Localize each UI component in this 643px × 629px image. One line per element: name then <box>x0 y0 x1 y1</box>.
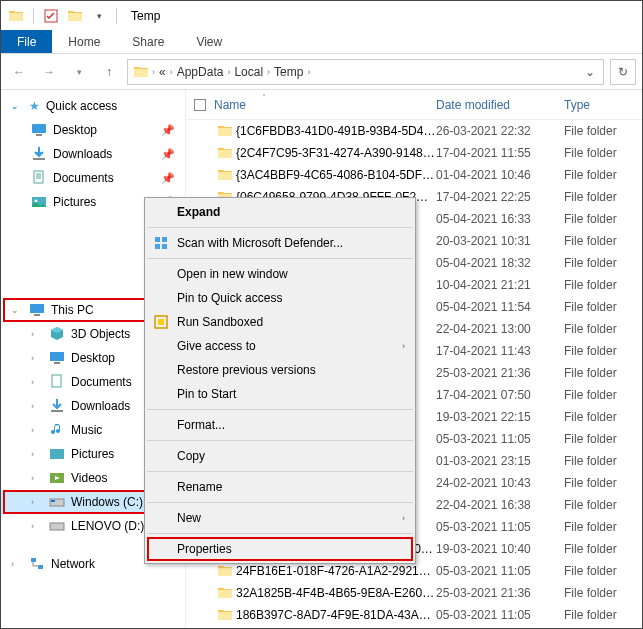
menu-new[interactable]: New› <box>145 506 415 530</box>
nav-row: ← → ▾ ↑ › « › AppData › Local › Temp › ⌄… <box>1 54 642 90</box>
star-icon: ★ <box>29 99 40 113</box>
chevron-right-icon[interactable]: › <box>31 353 43 363</box>
chevron-down-icon[interactable]: ⌄ <box>11 101 23 111</box>
menu-copy[interactable]: Copy <box>145 444 415 468</box>
divider <box>116 8 117 24</box>
chevron-right-icon[interactable]: › <box>307 67 310 77</box>
menu-scan-defender[interactable]: Scan with Microsoft Defender... <box>145 231 415 255</box>
table-row[interactable]: {2C4F7C95-3F31-4274-A390-9148448A...17-0… <box>186 142 642 164</box>
chevron-down-icon[interactable]: ⌄ <box>581 65 599 79</box>
row-date: 05-03-2021 11:05 <box>436 432 564 446</box>
menu-open-new-window[interactable]: Open in new window <box>145 262 415 286</box>
chevron-right-icon[interactable]: › <box>31 497 43 507</box>
divider <box>33 8 34 24</box>
svg-rect-8 <box>34 314 40 316</box>
table-row[interactable]: 32A1825B-4F4B-4B65-9E8A-E2602FCD...25-03… <box>186 582 642 604</box>
nav-downloads[interactable]: Downloads 📌 <box>1 142 185 166</box>
menu-pin-start[interactable]: Pin to Start <box>145 382 415 406</box>
menu-expand[interactable]: Expand <box>145 200 415 224</box>
menu-separator <box>147 533 413 534</box>
table-row[interactable]: {3AC4BBF9-4C65-4086-B104-5DF3482...01-04… <box>186 164 642 186</box>
row-date: 01-04-2021 10:46 <box>436 168 564 182</box>
tab-file[interactable]: File <box>1 30 52 53</box>
up-button[interactable]: ↑ <box>97 60 121 84</box>
chevron-right-icon[interactable]: › <box>267 67 270 77</box>
menu-separator <box>147 258 413 259</box>
chevron-right-icon[interactable]: › <box>152 67 155 77</box>
refresh-button[interactable]: ↻ <box>610 59 636 85</box>
chevron-right-icon[interactable]: › <box>31 377 43 387</box>
row-date: 05-04-2021 18:32 <box>436 256 564 270</box>
row-type: File folder <box>564 498 642 512</box>
svg-rect-18 <box>31 558 36 562</box>
folder-icon <box>214 563 236 579</box>
properties-qat-icon[interactable] <box>40 5 62 27</box>
3d-objects-icon <box>49 326 65 342</box>
menu-give-access-to[interactable]: Give access to› <box>145 334 415 358</box>
column-header-date[interactable]: Date modified <box>436 98 564 112</box>
row-type: File folder <box>564 454 642 468</box>
titlebar: ▾ Temp <box>1 1 642 30</box>
svg-rect-4 <box>34 171 43 183</box>
row-type: File folder <box>564 300 642 314</box>
menu-properties[interactable]: Properties <box>145 537 415 561</box>
forward-button[interactable]: → <box>37 60 61 84</box>
pictures-icon <box>49 446 65 462</box>
chevron-down-icon[interactable]: ▾ <box>88 5 110 27</box>
menu-run-sandboxed[interactable]: Run Sandboxed <box>145 310 415 334</box>
chevron-right-icon[interactable]: › <box>11 559 23 569</box>
recent-button[interactable]: ▾ <box>67 60 91 84</box>
folder-qat-icon[interactable] <box>64 5 86 27</box>
column-header-type[interactable]: Type <box>564 98 642 112</box>
row-date: 22-04-2021 16:38 <box>436 498 564 512</box>
menu-separator <box>147 502 413 503</box>
address-bar[interactable]: › « › AppData › Local › Temp › ⌄ <box>127 59 604 85</box>
folder-icon <box>214 607 236 623</box>
tab-home[interactable]: Home <box>52 30 116 53</box>
chevron-right-icon[interactable]: › <box>31 521 43 531</box>
back-button[interactable]: ← <box>7 60 31 84</box>
menu-rename[interactable]: Rename <box>145 475 415 499</box>
chevron-right-icon[interactable]: › <box>31 329 43 339</box>
chevron-right-icon[interactable]: › <box>31 473 43 483</box>
menu-format[interactable]: Format... <box>145 413 415 437</box>
chevron-right-icon[interactable]: › <box>31 425 43 435</box>
chevron-right-icon[interactable]: › <box>170 67 173 77</box>
column-header-checkbox[interactable] <box>186 99 214 111</box>
breadcrumb-item[interactable]: Temp <box>272 65 305 79</box>
nav-quick-access[interactable]: ⌄ ★ Quick access <box>1 94 185 118</box>
menu-restore-previous[interactable]: Restore previous versions <box>145 358 415 382</box>
row-type: File folder <box>564 234 642 248</box>
drive-icon <box>49 494 65 510</box>
chevron-right-icon[interactable]: › <box>31 401 43 411</box>
context-menu: Expand Scan with Microsoft Defender... O… <box>144 197 416 564</box>
row-name: 186B397C-8AD7-4F9E-81DA-43ADF4F0... <box>236 608 436 622</box>
nav-desktop[interactable]: Desktop 📌 <box>1 118 185 142</box>
row-date: 24-02-2021 10:43 <box>436 476 564 490</box>
chevron-right-icon: › <box>402 341 405 351</box>
nav-documents[interactable]: Documents 📌 <box>1 166 185 190</box>
menu-pin-quick-access[interactable]: Pin to Quick access <box>145 286 415 310</box>
tab-view[interactable]: View <box>180 30 238 53</box>
breadcrumb-item[interactable]: Local <box>232 65 265 79</box>
chevron-down-icon[interactable]: ⌄ <box>11 305 23 315</box>
table-row[interactable]: 186B397C-8AD7-4F9E-81DA-43ADF4F0...05-03… <box>186 604 642 626</box>
row-name: {1C6FBDB3-41D0-491B-93B4-5D40D15... <box>236 124 436 138</box>
svg-rect-1 <box>32 124 46 133</box>
breadcrumb-ellipsis[interactable]: « <box>157 65 168 79</box>
row-name: 24FB16E1-018F-4726-A1A2-29217664E... <box>236 564 436 578</box>
chevron-right-icon[interactable]: › <box>227 67 230 77</box>
breadcrumb-item[interactable]: AppData <box>175 65 226 79</box>
svg-rect-9 <box>50 352 64 361</box>
chevron-right-icon[interactable]: › <box>31 449 43 459</box>
documents-icon <box>49 374 65 390</box>
tab-share[interactable]: Share <box>116 30 180 53</box>
row-date: 05-04-2021 16:33 <box>436 212 564 226</box>
ribbon-tabs: File Home Share View <box>1 30 642 54</box>
row-date: 05-04-2021 11:54 <box>436 300 564 314</box>
column-header-name[interactable]: Name ˄ <box>214 98 436 112</box>
svg-rect-21 <box>162 237 167 242</box>
documents-icon <box>31 170 47 186</box>
table-row[interactable]: {1C6FBDB3-41D0-491B-93B4-5D40D15...26-03… <box>186 120 642 142</box>
row-type: File folder <box>564 366 642 380</box>
